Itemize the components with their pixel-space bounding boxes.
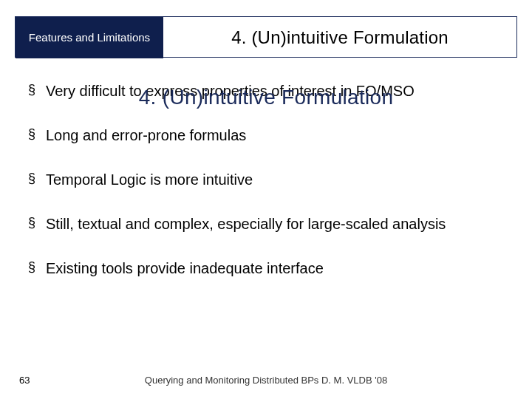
- bullet-text: Still, textual and complex, especially f…: [46, 216, 446, 232]
- slide-title-text: 4. (Un)intuitive Formulation: [231, 27, 449, 48]
- bullet-text: Temporal Logic is more intuitive: [46, 171, 253, 188]
- slide-title: 4. (Un)intuitive Formulation: [171, 17, 509, 58]
- list-item: Long and error-prone formulas: [25, 126, 507, 145]
- section-tab: Features and Limitations: [16, 17, 163, 58]
- list-item: Still, textual and complex, especially f…: [25, 214, 507, 233]
- footer-citation: Querying and Monitoring Distributed BPs …: [0, 375, 532, 386]
- bullet-list: Very difficult to express properties of …: [25, 81, 507, 278]
- section-tab-label: Features and Limitations: [29, 31, 150, 45]
- list-item: Temporal Logic is more intuitive: [25, 170, 507, 189]
- header-bar: Features and Limitations 4. (Un)intuitiv…: [15, 16, 517, 58]
- list-item: Very difficult to express properties of …: [25, 81, 507, 100]
- list-item: Existing tools provide inadequate interf…: [25, 259, 507, 278]
- body-area: Very difficult to express properties of …: [25, 81, 507, 355]
- bullet-text: Very difficult to express properties of …: [46, 83, 415, 99]
- bullet-text: Long and error-prone formulas: [46, 127, 246, 143]
- bullet-text: Existing tools provide inadequate interf…: [46, 260, 324, 276]
- footer-citation-text: Querying and Monitoring Distributed BPs …: [145, 375, 387, 386]
